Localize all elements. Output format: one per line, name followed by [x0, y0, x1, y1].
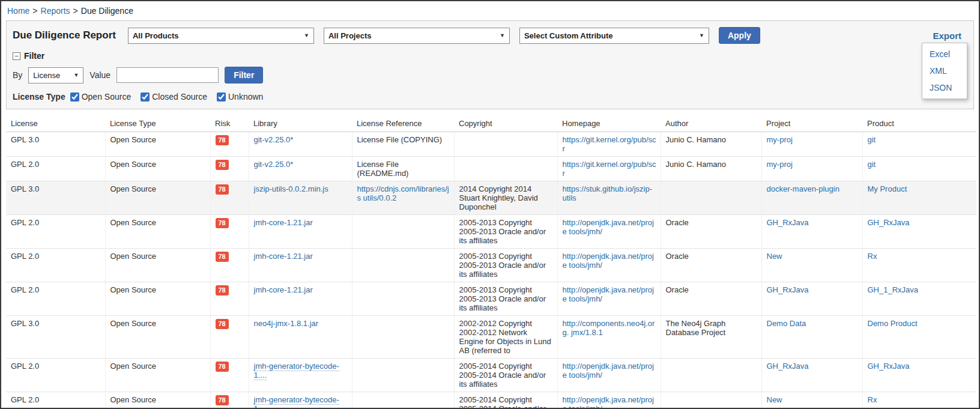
- products-dropdown[interactable]: All Products ▼: [128, 28, 314, 44]
- app-window: Home>Reports>Due Diligence Due Diligence…: [0, 0, 980, 409]
- license-reference-cell: [352, 215, 454, 249]
- copyright-cell: 2005-2013 Copyright 2005-2013 Oracle and…: [454, 249, 557, 282]
- risk-badge: 78: [216, 218, 229, 228]
- risk-cell: 78: [210, 157, 249, 181]
- closed-source-checkbox[interactable]: [141, 92, 150, 101]
- license-reference-cell: [352, 282, 454, 316]
- author-cell: Oracle: [661, 249, 761, 282]
- homepage-link[interactable]: http://openjdk.java.net/proje tools/jmh/: [563, 362, 655, 380]
- column-header-product: Product: [862, 115, 976, 132]
- project-link[interactable]: GH_RxJava: [767, 218, 809, 227]
- risk-cell: 78: [210, 392, 249, 409]
- risk-cell: 78: [210, 282, 249, 316]
- library-link[interactable]: git-v2.25.0*: [254, 160, 294, 169]
- library-link[interactable]: neo4j-jmx-1.8.1.jar: [254, 319, 319, 328]
- homepage-link[interactable]: http://openjdk.java.net/proje tools/jmh/: [563, 285, 655, 303]
- unknown-checkbox-group[interactable]: Unknown: [217, 92, 263, 101]
- product-link[interactable]: git: [868, 160, 876, 169]
- product-link[interactable]: Demo Product: [868, 319, 918, 328]
- project-link[interactable]: my-proj: [767, 135, 793, 144]
- product-link[interactable]: GH_RxJava: [868, 218, 910, 227]
- project-link[interactable]: Demo Data: [767, 319, 806, 328]
- license-cell: GPL 2.0: [6, 157, 105, 181]
- license-type-cell: Open Source: [105, 316, 210, 359]
- project-cell: Demo Data: [761, 316, 862, 359]
- project-link[interactable]: New: [767, 395, 782, 404]
- license-reference-text: https://cdnjs.com/libraries/js utils/0.0…: [357, 184, 449, 202]
- filter-by-dropdown-value: License: [33, 71, 60, 80]
- homepage-link[interactable]: http://components.neo4j.org. jmx/1.8.1: [563, 319, 655, 337]
- projects-dropdown-value: All Projects: [328, 31, 372, 40]
- license-type-cell: Open Source: [105, 359, 210, 392]
- table-row: GPL 3.0 Open Source 78 git-v2.25.0* Lice…: [6, 132, 976, 157]
- product-link[interactable]: GH_RxJava: [868, 362, 910, 371]
- project-link[interactable]: New: [767, 252, 782, 261]
- library-cell: git-v2.25.0*: [249, 132, 352, 157]
- risk-badge: 78: [216, 135, 229, 145]
- open-source-checkbox[interactable]: [70, 92, 79, 101]
- library-link[interactable]: jmh-core-1.21.jar: [254, 218, 313, 227]
- column-header-homepage: Homepage: [557, 115, 661, 132]
- project-link[interactable]: docker-maven-plugin: [767, 184, 839, 193]
- collapse-filter-icon[interactable]: −: [13, 52, 20, 60]
- risk-cell: 78: [210, 359, 249, 392]
- product-link[interactable]: GH_1_RxJava: [868, 285, 919, 294]
- column-header-license-reference: License Reference: [352, 115, 454, 132]
- filter-by-dropdown[interactable]: License ▼: [28, 67, 83, 83]
- export-excel-option[interactable]: Excel: [922, 46, 967, 62]
- closed-source-checkbox-group[interactable]: Closed Source: [141, 92, 207, 101]
- library-link[interactable]: jmh-generator-bytecode-1....: [254, 395, 339, 409]
- export-link[interactable]: Export: [933, 31, 961, 41]
- project-link[interactable]: my-proj: [767, 160, 793, 169]
- column-header-copyright: Copyright: [454, 115, 557, 132]
- breadcrumb-reports[interactable]: Reports: [41, 6, 70, 16]
- homepage-cell: https://stuk.github.io/jszip-utils: [557, 181, 661, 215]
- project-cell: my-proj: [761, 132, 862, 157]
- library-link[interactable]: git-v2.25.0*: [254, 135, 294, 144]
- apply-button[interactable]: Apply: [719, 27, 760, 44]
- product-cell: git: [862, 157, 976, 181]
- open-source-checkbox-group[interactable]: Open Source: [70, 92, 132, 101]
- copyright-cell: [454, 132, 557, 157]
- chevron-down-icon: ▼: [699, 32, 704, 38]
- library-link[interactable]: jmh-generator-bytecode-1....: [254, 362, 339, 380]
- page-title: Due Diligence Report: [13, 29, 116, 41]
- project-link[interactable]: GH_RxJava: [767, 362, 809, 371]
- license-reference-cell: https://cdnjs.com/libraries/js utils/0.0…: [352, 181, 454, 215]
- homepage-link[interactable]: http://openjdk.java.net/proje tools/jmh/: [563, 395, 655, 409]
- homepage-link[interactable]: http://openjdk.java.net/proje tools/jmh/: [563, 252, 655, 270]
- author-cell: Oracle: [661, 282, 761, 316]
- copyright-cell: 2005-2014 Copyright 2005-2014 Oracle and…: [454, 359, 557, 392]
- homepage-link[interactable]: http://openjdk.java.net/proje tools/jmh/: [563, 218, 655, 236]
- author-cell: The Neo4j Graph Database Project: [661, 316, 761, 359]
- breadcrumb-current: Due Diligence: [81, 6, 133, 16]
- library-cell: jmh-generator-bytecode-1....: [249, 359, 352, 392]
- export-xml-option[interactable]: XML: [922, 62, 967, 79]
- filter-value-input[interactable]: [116, 67, 219, 83]
- project-cell: GH_RxJava: [761, 215, 862, 249]
- product-cell: My Product: [862, 181, 976, 215]
- homepage-link[interactable]: https://stuk.github.io/jszip-utils: [563, 184, 653, 202]
- filter-button[interactable]: Filter: [225, 67, 263, 83]
- projects-dropdown[interactable]: All Projects ▼: [324, 28, 510, 44]
- library-link[interactable]: jmh-core-1.21.jar: [254, 252, 313, 261]
- export-json-option[interactable]: JSON: [922, 79, 967, 96]
- license-type-cell: Open Source: [105, 157, 210, 181]
- library-link[interactable]: jszip-utils-0.0.2.min.js: [254, 184, 328, 193]
- risk-badge: 78: [216, 319, 229, 329]
- custom-attribute-dropdown[interactable]: Select Custom Attribute ▼: [519, 28, 709, 44]
- product-link[interactable]: My Product: [868, 184, 907, 193]
- product-link[interactable]: Rx: [868, 252, 877, 261]
- table-row: GPL 3.0 Open Source 78 jszip-utils-0.0.2…: [6, 181, 976, 215]
- unknown-checkbox[interactable]: [217, 92, 226, 101]
- risk-cell: 78: [210, 316, 249, 359]
- project-link[interactable]: GH_RxJava: [767, 285, 809, 294]
- product-link[interactable]: git: [868, 135, 876, 144]
- homepage-link[interactable]: https://git.kernel.org/pub/scr: [563, 160, 656, 178]
- library-link[interactable]: jmh-core-1.21.jar: [254, 285, 313, 294]
- project-cell: GH_RxJava: [761, 359, 862, 392]
- product-link[interactable]: Rx: [868, 395, 877, 404]
- product-cell: Rx: [862, 249, 976, 282]
- homepage-link[interactable]: https://git.kernel.org/pub/scr: [563, 135, 656, 153]
- breadcrumb-home[interactable]: Home: [7, 6, 29, 16]
